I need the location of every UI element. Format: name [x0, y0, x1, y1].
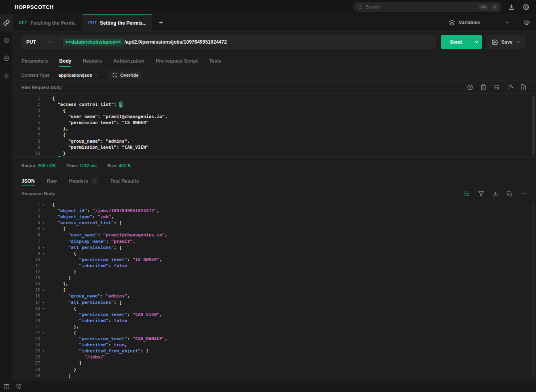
nav-settings[interactable]: [0, 67, 13, 85]
download-icon: [492, 191, 498, 197]
code-line: 7 {: [13, 132, 536, 138]
response-body-viewer[interactable]: 1▾{2 "object_id": "/jobs/109764995102447…: [13, 199, 536, 381]
response-tab-test-results[interactable]: Test Results: [110, 174, 139, 188]
shortcut-k-key: K: [492, 4, 498, 10]
fold-caret-icon[interactable]: ▾: [42, 220, 49, 226]
import-file-button[interactable]: [519, 83, 528, 91]
code-line: 24 "inherited": true,: [13, 342, 536, 348]
code-line: 11 "inherited": false: [13, 263, 536, 269]
environment-quick-peek-button[interactable]: [517, 14, 536, 31]
code-line: 13 ]: [13, 275, 536, 281]
request-tab-put[interactable]: PUT Setting the Permis...: [83, 14, 152, 31]
environment-selector[interactable]: Variables: [442, 14, 517, 31]
fold-caret-icon[interactable]: ▾: [42, 306, 49, 312]
eye-icon: [523, 19, 530, 26]
copy-response-button[interactable]: [505, 190, 513, 198]
override-button[interactable]: Override: [108, 71, 142, 79]
save-options-chevron-icon[interactable]: [516, 40, 521, 44]
left-navigation-rail: [0, 14, 13, 381]
request-tab-parameters[interactable]: Parameters: [21, 53, 48, 69]
toggle-sidebar-button[interactable]: [2, 383, 11, 391]
chevron-down-icon: [505, 20, 510, 25]
filter-icon: [478, 191, 484, 197]
clear-body-button[interactable]: [479, 83, 487, 91]
code-line: 5 "permission_level": "IS_OWNER": [13, 120, 536, 126]
code-line: 5▾ {: [13, 226, 536, 232]
method-selector[interactable]: PUT: [21, 35, 58, 49]
code-line: 16 "group_name": "admins",: [13, 293, 536, 299]
fold-caret-icon[interactable]: ▾: [42, 330, 49, 336]
fold-caret-icon[interactable]: ▾: [42, 226, 49, 232]
fold-caret-icon[interactable]: ▾: [42, 244, 49, 251]
response-body-label: Response Body: [21, 191, 55, 196]
fold-caret-icon[interactable]: ▾: [42, 251, 49, 257]
request-tab-pre-request-script[interactable]: Pre-request Script: [156, 53, 198, 69]
app-logo[interactable]: HOPPSCOTCH: [15, 4, 54, 10]
bottom-bar: [0, 381, 536, 392]
search-input[interactable]: Search Ctrl K: [354, 2, 501, 12]
request-tab-tests[interactable]: Tests: [209, 53, 221, 69]
url-path: /api/2.0/permissions/jobs/10976499510244…: [125, 39, 227, 45]
nav-graphql[interactable]: [0, 32, 13, 49]
fold-caret-icon[interactable]: ▾: [42, 202, 49, 208]
url-input[interactable]: <<databricksInstance>> /api/2.0/permissi…: [58, 35, 436, 49]
fold-caret-icon[interactable]: ▾: [42, 299, 49, 306]
download-app-button[interactable]: [507, 2, 516, 11]
response-tab-raw[interactable]: Raw: [47, 174, 57, 188]
request-tab-get[interactable]: GET Fetching the Permi...: [13, 14, 83, 31]
headers-count-badge: 7: [91, 178, 98, 184]
code-line: 23 "permission_level": "CAN_MANAGE",: [13, 336, 536, 342]
filter-response-button[interactable]: [477, 190, 485, 198]
help-button[interactable]: [466, 83, 474, 91]
code-line: 8▾ "all_permissions": [: [13, 244, 536, 251]
status-code: Status: 200 • OK: [21, 163, 56, 168]
nav-realtime[interactable]: [0, 49, 13, 67]
response-wrap-lines-button[interactable]: [463, 190, 471, 198]
life-buoy-icon: [523, 4, 530, 11]
code-line: 1▾{: [13, 202, 536, 208]
code-line: 4 "user_name": "pramit@chaosgenius.io",: [13, 114, 536, 120]
chevron-down-icon: [95, 73, 99, 77]
request-bar: PUT <<databricksInstance>> /api/2.0/perm…: [13, 32, 536, 53]
response-tab-headers[interactable]: Headers7: [69, 174, 98, 188]
response-status-bar: Status: 200 • OK Time: 1132 ms Size: 401…: [13, 158, 536, 174]
more-options-button[interactable]: [519, 190, 528, 198]
link-icon: [3, 19, 10, 26]
support-button[interactable]: [521, 2, 530, 11]
save-button[interactable]: Save: [487, 35, 525, 49]
download-response-button[interactable]: [491, 190, 499, 198]
tab-bar: GET Fetching the Permi... PUT Setting th…: [13, 14, 536, 32]
method-value: PUT: [26, 39, 36, 45]
wrap-text-icon: [494, 84, 500, 91]
wrap-lines-button[interactable]: [493, 83, 501, 91]
fold-caret-icon[interactable]: ▾: [42, 348, 49, 354]
new-tab-button[interactable]: +: [152, 14, 170, 31]
interceptor-button[interactable]: [15, 383, 23, 391]
send-options-chevron-icon[interactable]: [471, 35, 482, 49]
response-tab-json[interactable]: JSON: [21, 174, 35, 188]
request-section-tabs: ParametersBodyHeadersAuthorizationPre-re…: [13, 53, 536, 70]
top-bar: HOPPSCOTCH Search Ctrl K: [0, 0, 536, 14]
content-type-select[interactable]: application/json: [58, 73, 99, 78]
response-scrollbar[interactable]: [532, 202, 535, 376]
request-tab-headers[interactable]: Headers: [83, 53, 102, 69]
response-body-header: Response Body: [13, 188, 536, 199]
nav-rest[interactable]: [0, 14, 13, 32]
fold-caret-icon[interactable]: ▾: [42, 287, 49, 293]
send-button[interactable]: Send: [441, 35, 482, 49]
prettify-button[interactable]: [506, 83, 514, 91]
request-tab-authorization[interactable]: Authorization: [113, 53, 144, 69]
environment-variable-pill: <<databricksInstance>>: [63, 38, 124, 46]
request-tab-body[interactable]: Body: [59, 53, 71, 69]
request-editor-scrollbar[interactable]: [532, 96, 535, 155]
code-line: 29 ]: [13, 373, 536, 379]
gear-icon: [3, 73, 10, 79]
help-circle-icon: [467, 84, 473, 91]
code-line: 21 },: [13, 324, 536, 330]
request-body-editor[interactable]: 1{2 "access_control_list": [3 {4 "user_n…: [13, 94, 536, 158]
code-line: 2 "access_control_list": [: [13, 101, 536, 107]
raw-request-body-label: Raw Request Body: [21, 85, 62, 90]
code-line: 4▾ "access_control_list": [: [13, 220, 536, 226]
method-badge-put: PUT: [88, 21, 97, 25]
code-line: 22▾ {: [13, 330, 536, 336]
